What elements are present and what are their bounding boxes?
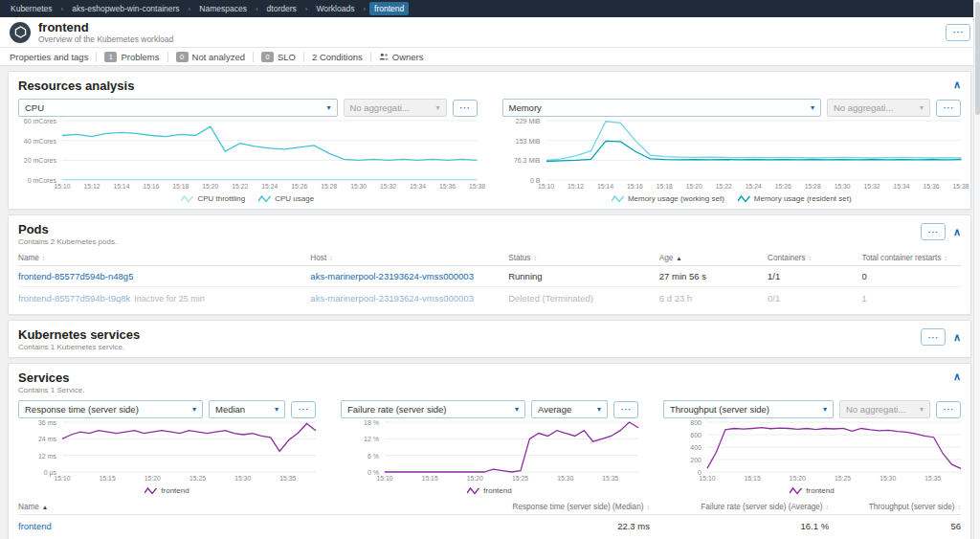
legend-item-memory-usage-working-set-[interactable]: Memory usage (working set) <box>612 194 724 203</box>
cpu-chart[interactable] <box>62 121 478 180</box>
pods-collapse-button[interactable]: ∧ <box>953 227 961 236</box>
throughput-chart-more-button[interactable]: ⋯ <box>936 401 961 418</box>
failure-chart-more-button[interactable]: ⋯ <box>613 401 638 418</box>
breadcrumb-item-dtorders[interactable]: dtorders <box>262 2 301 15</box>
memory-chart[interactable] <box>546 121 962 180</box>
service-throughput: 56 <box>829 521 961 531</box>
breadcrumb-item-namespaces[interactable]: Namespaces <box>194 2 252 15</box>
failure-aggregation-selector[interactable]: Average ▾ <box>531 400 608 418</box>
column-header-service-name[interactable]: Name▲ <box>18 503 433 511</box>
service-name-link[interactable]: frontend <box>18 521 52 531</box>
cpu-chart-more-button[interactable]: ⋯ <box>453 100 478 117</box>
x-axis-label: 15:30 <box>350 183 367 190</box>
pods-subtitle: Contains 2 Kubernetes pods. <box>18 237 961 246</box>
breadcrumb-item-cluster[interactable]: aks-eshopweb-win-containers <box>67 2 184 15</box>
x-axis-label: 15:16 <box>627 183 643 190</box>
column-header-restarts[interactable]: Total container restarts↕ <box>862 254 961 262</box>
chevron-down-icon: ▾ <box>811 103 814 112</box>
column-header-failure-rate[interactable]: Failure rate (server side) (Average)↕ <box>650 503 829 511</box>
response-metric-value: Response time (server side) <box>25 404 139 415</box>
x-axis-label: 15:35 <box>279 475 296 482</box>
x-axis-label: 15:36 <box>924 183 940 190</box>
cpu-aggregation-value: No aggregati... <box>350 102 410 113</box>
header-text: frontend Overview of the Kubernetes work… <box>38 21 173 44</box>
failure-rate-chart[interactable] <box>385 422 638 472</box>
service-failure-rate: 16.1 % <box>650 521 829 531</box>
chevron-down-icon: ▾ <box>920 405 924 414</box>
tab-problems-label: Problems <box>121 52 159 62</box>
resources-collapse-button[interactable]: ∧ <box>953 79 961 89</box>
x-axis-label: 15:38 <box>469 183 485 190</box>
x-axis-label: 15:26 <box>291 183 307 190</box>
pod-name-link[interactable]: frontend-85577d594b-n48g5 <box>18 271 133 281</box>
memory-metric-selector[interactable]: Memory ▾ <box>502 99 822 117</box>
failure-metric-selector[interactable]: Failure rate (server side) ▾ <box>341 400 525 418</box>
tab-problems[interactable]: 1 Problems <box>104 52 159 62</box>
legend-item-cpu-usage[interactable]: CPU usage <box>258 194 314 203</box>
sort-icon: ↕ <box>42 255 46 261</box>
throughput-chart-y-axis: 8006004002000 <box>663 422 707 472</box>
cpu-metric-selector[interactable]: CPU ▾ <box>18 99 338 117</box>
response-time-chart[interactable] <box>62 422 316 472</box>
kubernetes-services-card: Kubernetes services Contains 1 Kubernete… <box>8 320 971 358</box>
chevron-down-icon: ▾ <box>326 103 330 112</box>
pod-status: Running <box>508 271 659 281</box>
legend-item-frontend[interactable]: frontend <box>790 486 834 495</box>
kubernetes-services-collapse-button[interactable]: ∧ <box>953 332 961 342</box>
tab-slo[interactable]: 0 SLO <box>261 52 296 62</box>
legend-item-frontend[interactable]: frontend <box>145 486 189 495</box>
throughput-metric-selector[interactable]: Throughput (server side) ▾ <box>663 400 834 418</box>
host-link[interactable]: aks-marinerpool-23193624-vmss000003 <box>310 293 474 303</box>
page-header: frontend Overview of the Kubernetes work… <box>0 17 980 48</box>
y-axis-label: 0 mCores <box>28 177 56 184</box>
tab-owners-label: Owners <box>392 52 424 62</box>
chevron-down-icon: ▾ <box>192 405 196 414</box>
failure-chart-y-axis: 18 %12 %6 %0 % <box>341 422 385 472</box>
throughput-chart[interactable] <box>707 422 961 472</box>
breadcrumb-item-workloads[interactable]: Workloads <box>311 2 359 15</box>
memory-chart-more-button[interactable]: ⋯ <box>936 100 961 117</box>
response-aggregation-selector[interactable]: Median ▾ <box>209 400 285 418</box>
legend-item-frontend[interactable]: frontend <box>467 486 511 495</box>
column-header-host[interactable]: Host↕ <box>310 254 508 262</box>
scrollbar[interactable] <box>973 0 980 539</box>
y-axis-label: 229 MiB <box>516 118 541 124</box>
response-chart-x-axis: 15:1015:1515:2015:2515:3015:35 <box>62 475 316 484</box>
column-header-response-time[interactable]: Response time (server side) (Median)↕ <box>433 503 650 511</box>
pods-more-button[interactable]: ⋯ <box>921 223 946 240</box>
legend-item-cpu-throttling[interactable]: CPU throttling <box>181 194 245 203</box>
breadcrumb-item-frontend[interactable]: frontend <box>369 2 409 15</box>
column-header-containers[interactable]: Containers↕ <box>768 254 862 262</box>
tab-owners[interactable]: Owners <box>379 52 424 62</box>
response-metric-selector[interactable]: Response time (server side) ▾ <box>18 400 203 418</box>
sort-asc-icon: ▲ <box>42 504 48 510</box>
services-collapse-button[interactable]: ∧ <box>953 371 961 381</box>
response-chart-legend: frontend <box>18 486 316 495</box>
tab-properties-and-tags[interactable]: Properties and tags <box>10 52 88 62</box>
x-axis-label: 15:32 <box>380 183 396 190</box>
column-header-label: Total container restarts <box>862 254 942 262</box>
host-link[interactable]: aks-marinerpool-23193624-vmss000003 <box>310 271 474 281</box>
failure-aggregation-value: Average <box>538 404 571 415</box>
x-axis-label: 15:30 <box>880 475 896 482</box>
column-header-status[interactable]: Status↕ <box>508 254 659 262</box>
header-more-button[interactable]: ⋯ <box>946 24 970 41</box>
breadcrumb: Kubernetes › aks-eshopweb-win-containers… <box>0 0 980 17</box>
column-header-name[interactable]: Name↕ <box>18 254 310 262</box>
response-chart-more-button[interactable]: ⋯ <box>291 401 316 418</box>
column-header-throughput[interactable]: Throughput (server side)↕ <box>829 503 961 511</box>
breadcrumb-separator-icon: › <box>256 5 258 13</box>
column-header-age[interactable]: Age▲ <box>659 254 768 262</box>
page-subtitle: Overview of the Kubernetes workload <box>38 34 173 44</box>
tab-not-analyzed[interactable]: 0 Not analyzed <box>176 52 245 62</box>
kubernetes-services-more-button[interactable]: ⋯ <box>921 328 946 346</box>
tab-separator <box>96 52 97 62</box>
pod-name-link[interactable]: frontend-85577d594b-t9q8k <box>18 293 130 303</box>
breadcrumb-item-kubernetes[interactable]: Kubernetes <box>6 2 56 15</box>
scrollbar-thumb[interactable] <box>975 2 980 115</box>
x-axis-label: 15:30 <box>557 475 573 482</box>
tab-not-analyzed-label: Not analyzed <box>192 52 245 62</box>
legend-item-memory-usage-resident-set-[interactable]: Memory usage (resident set) <box>738 194 852 203</box>
tab-conditions[interactable]: 2 Conditions <box>312 52 363 62</box>
throughput-aggregation-selector: No aggregati... ▾ <box>839 400 930 418</box>
